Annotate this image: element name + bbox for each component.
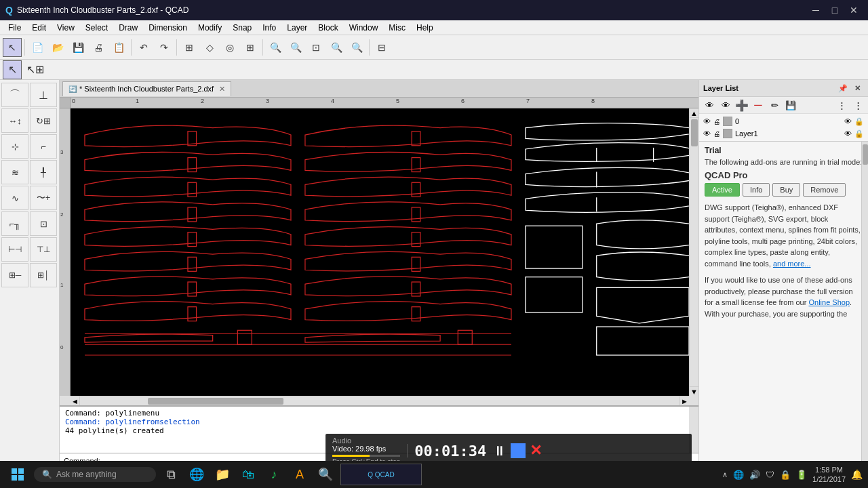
scroll-thumb-v[interactable] <box>691 119 698 146</box>
tool-move[interactable]: ↔↕ <box>1 108 28 133</box>
explorer-icon[interactable]: 📁 <box>212 464 233 485</box>
select-tool-button[interactable]: ↖ <box>3 38 22 57</box>
snap-all-button[interactable]: ⊞ <box>241 38 260 57</box>
tool-array-h[interactable]: ⊞─ <box>1 263 28 287</box>
menu-edit[interactable]: Edit <box>26 22 52 34</box>
horizontal-scrollbar[interactable]: ◄ ► <box>71 396 689 405</box>
secondary-tool[interactable]: ↖⊞ <box>23 60 47 79</box>
tool-array-v[interactable]: ⊞│ <box>30 263 57 287</box>
redo-button[interactable]: ↷ <box>155 38 174 57</box>
spotify-icon[interactable]: ♪ <box>263 464 285 485</box>
new-button[interactable]: 📄 <box>28 38 47 57</box>
volume-icon[interactable]: 🔊 <box>749 470 760 480</box>
layer-settings-button[interactable]: ⋮ <box>834 98 849 112</box>
layer-item-layer1[interactable]: 👁 🖨 Layer1 👁 🔒 <box>701 127 867 140</box>
layer-vis-all-button[interactable]: 👁 <box>702 98 717 112</box>
battery-icon[interactable]: 🔋 <box>796 470 807 480</box>
close-recording-button[interactable]: ✕ <box>530 442 542 460</box>
tool-bezier[interactable]: 〜+ <box>30 186 57 210</box>
menu-help[interactable]: Help <box>411 22 439 34</box>
zoom-prev-button[interactable]: 🔍 <box>327 38 346 57</box>
menu-modify[interactable]: Modify <box>193 22 227 34</box>
layer-export-button[interactable]: 💾 <box>783 98 798 112</box>
buy-button[interactable]: Buy <box>772 183 800 197</box>
menu-info[interactable]: Info <box>257 22 281 34</box>
layer-color-0[interactable] <box>723 117 732 126</box>
layer-pin-button[interactable]: 📌 <box>836 82 850 94</box>
print-button[interactable]: 📋 <box>109 38 128 57</box>
minimize-button[interactable]: ─ <box>807 3 825 17</box>
scroll-left-button[interactable]: ◄ <box>71 396 80 405</box>
layer-extra-button[interactable]: ⋮ <box>850 98 865 112</box>
scroll-thumb-h[interactable] <box>148 398 283 405</box>
undo-button[interactable]: ↶ <box>134 38 153 57</box>
search2-icon[interactable]: 🔍 <box>315 464 336 485</box>
tool-spline[interactable]: ∿ <box>1 186 28 210</box>
remove-button[interactable]: Remove <box>803 183 846 197</box>
tool-rotate[interactable]: ↻⊞ <box>30 108 57 133</box>
tool-offset[interactable]: ≋ <box>1 160 28 184</box>
layer-button[interactable]: ⊟ <box>372 38 391 57</box>
layer-item-0[interactable]: 👁 🖨 0 👁 🔒 <box>701 115 867 127</box>
layer-remove-button[interactable]: ─ <box>751 98 766 112</box>
menu-layer[interactable]: Layer <box>281 22 313 34</box>
layer-hide-all-button[interactable]: 👁 <box>718 98 733 112</box>
shop-link[interactable]: Online Shop <box>808 298 850 306</box>
menu-misc[interactable]: Misc <box>383 22 411 34</box>
trial-scroll-thumb[interactable] <box>863 144 868 165</box>
tool-measure-h[interactable]: ⊢⊣ <box>1 237 28 262</box>
layer-color-1[interactable] <box>723 129 732 138</box>
layer-close-button[interactable]: ✕ <box>850 82 864 94</box>
stop-button[interactable] <box>511 443 526 458</box>
snap-grid-button[interactable]: ⊞ <box>180 38 199 57</box>
menu-dimension[interactable]: Dimension <box>143 22 193 34</box>
zoom-window-button[interactable]: 🔍 <box>347 38 366 57</box>
scroll-up-button[interactable]: ▲ <box>690 108 698 118</box>
snap-center-button[interactable]: ◎ <box>220 38 239 57</box>
maximize-button[interactable]: □ <box>826 3 844 17</box>
scroll-track-h[interactable] <box>80 396 679 405</box>
menu-file[interactable]: File <box>3 22 26 34</box>
security-icon[interactable]: 🛡 <box>766 470 774 480</box>
clock[interactable]: 1:58 PM 1/21/2017 <box>812 465 846 485</box>
amazon-icon[interactable]: A <box>289 464 311 485</box>
tool-corner[interactable]: ⌐ <box>30 134 57 159</box>
menu-snap[interactable]: Snap <box>227 22 257 34</box>
info-button[interactable]: Info <box>743 183 770 197</box>
tool-polyline[interactable]: ⌐╖ <box>1 211 28 236</box>
trial-panel-scrollbar[interactable] <box>861 142 868 468</box>
tool-trim[interactable]: ╀ <box>30 160 57 184</box>
tool-measure-v[interactable]: ⊤⊥ <box>30 237 57 262</box>
print-preview-button[interactable]: 🖨 <box>89 38 108 57</box>
open-button[interactable]: 📂 <box>48 38 67 57</box>
tool-line[interactable]: ⊥ <box>30 83 57 107</box>
active-button[interactable]: Active <box>705 183 740 197</box>
menu-draw[interactable]: Draw <box>113 22 143 34</box>
notification-icon[interactable]: 🔔 <box>851 469 863 480</box>
pointer-tool[interactable]: ↖ <box>3 60 22 79</box>
layer-add-button[interactable]: ➕ <box>734 98 749 112</box>
save-button[interactable]: 💾 <box>68 38 87 57</box>
close-button[interactable]: ✕ <box>845 3 863 17</box>
zoom-out-button[interactable]: 🔍 <box>286 38 305 57</box>
document-tab[interactable]: 🔄 * Sixteenth Inch Cloudbuster Parts_2.d… <box>62 81 231 96</box>
tool-arc[interactable]: ⌒ <box>1 83 28 107</box>
vertical-scrollbar[interactable]: ▲ ▼ <box>689 108 698 396</box>
antivirus-icon[interactable]: 🔒 <box>780 470 791 480</box>
tab-close-button[interactable]: ✕ <box>219 85 225 94</box>
store-icon[interactable]: 🛍 <box>237 464 259 485</box>
tool-hatch[interactable]: ⊡ <box>30 211 57 236</box>
scroll-track-v[interactable] <box>690 118 698 386</box>
task-view-button[interactable]: ⧉ <box>160 464 182 485</box>
snap-endpoint-button[interactable]: ◇ <box>200 38 219 57</box>
pause-button[interactable]: ⏸ <box>493 443 507 459</box>
menu-block[interactable]: Block <box>313 22 343 34</box>
menu-select[interactable]: Select <box>80 22 113 34</box>
menu-window[interactable]: Window <box>344 22 384 34</box>
qcad-taskbar-icon[interactable]: Q QCAD <box>340 464 422 485</box>
tool-cross[interactable]: ⊹ <box>1 134 28 159</box>
edge-icon[interactable]: 🌐 <box>186 464 208 485</box>
scroll-down-button[interactable]: ▼ <box>690 386 698 396</box>
menu-view[interactable]: View <box>52 22 80 34</box>
layer-edit-button[interactable]: ✏ <box>767 98 782 112</box>
